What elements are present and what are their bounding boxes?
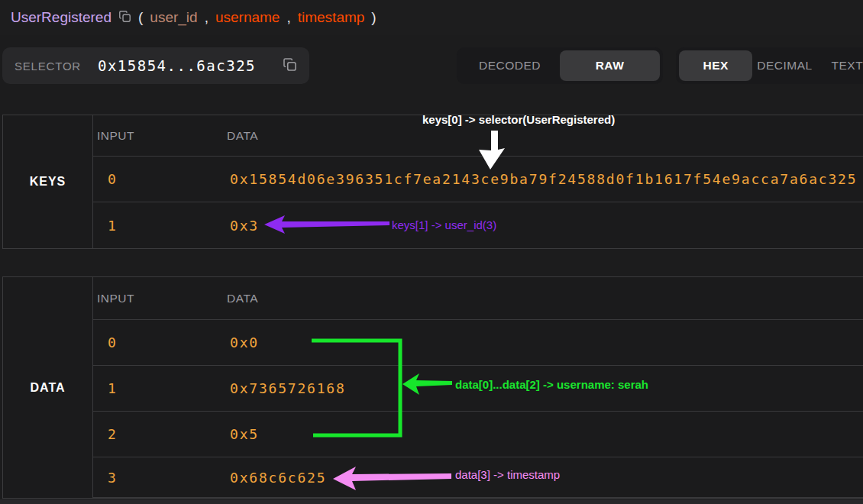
selector-value: 0x15854...6ac325 [98,57,256,74]
column-header-data: DATA [227,292,258,305]
paren-open: ( [138,9,143,26]
tab-text[interactable]: TEXT [817,50,863,81]
row-value-cell: 0x0 [227,334,259,351]
paren-close: ) [371,9,376,26]
copy-icon [118,10,131,26]
row-value-cell: 0x5 [227,426,259,442]
row-index-cell: 2 [93,426,227,442]
format-tabs: HEX DECIMAL TEXT [676,47,863,84]
row-index-cell: 0 [93,171,227,187]
row-value-cell: 0x3 [227,218,259,234]
next-section-edge [0,499,863,504]
row-value-cell: 0x7365726168 [227,380,346,396]
comma: , [205,9,208,26]
annotation-timestamp: data[3] -> timestamp [455,468,560,481]
annotation-username: data[0]...data[2] -> username: serah [455,378,648,391]
event-param-user-id: user_id [150,9,197,26]
selector-label: SELECTOR [15,60,81,73]
row-value-cell: 0x68c6c625 [227,470,326,486]
copy-selector-button[interactable] [283,57,297,75]
row-index-cell: 3 [93,470,227,486]
keys-section-label: KEYS [3,115,93,248]
event-signature-bar: UserRegistered ( user_id , username , ti… [0,0,863,35]
column-header-input: INPUT [93,292,227,305]
keys-row-0: 0 0x15854d06e396351cf7ea2143ce9ba79f2458… [93,157,863,202]
data-table-header: INPUT DATA [93,277,863,320]
event-param-username: username [215,9,280,26]
tab-decoded[interactable]: DECODED [460,50,560,81]
event-param-timestamp: timestamp [298,9,365,26]
tab-decimal[interactable]: DECIMAL [752,50,816,81]
row-index-cell: 1 [93,380,227,396]
copy-icon [283,57,297,75]
annotation-user-id: keys[1] -> user_id(3) [392,218,496,231]
data-row-0: 0 0x0 [93,320,863,366]
event-name: UserRegistered [11,9,112,26]
event-detail-view: UserRegistered ( user_id , username , ti… [0,0,863,504]
row-value-cell: 0x15854d06e396351cf7ea2143ce9ba79f24588d… [227,171,857,187]
column-header-data: DATA [227,129,258,143]
data-table: DATA INPUT DATA 0 0x0 1 0x7365726168 2 0… [2,276,863,499]
row-index-cell: 0 [93,334,227,351]
row-index-cell: 1 [93,218,227,234]
copy-event-name-button[interactable] [118,10,131,26]
tab-raw[interactable]: RAW [560,50,660,81]
comma: , [286,9,290,26]
column-header-input: INPUT [93,129,227,143]
tab-hex[interactable]: HEX [679,50,752,81]
data-row-2: 2 0x5 [93,412,863,457]
data-section-label: DATA [3,277,93,498]
view-mode-tabs: DECODED RAW [457,47,663,84]
selector-pill: SELECTOR 0x15854...6ac325 [2,47,309,84]
annotation-selector: keys[0] -> selector(UserRegistered) [422,113,615,126]
